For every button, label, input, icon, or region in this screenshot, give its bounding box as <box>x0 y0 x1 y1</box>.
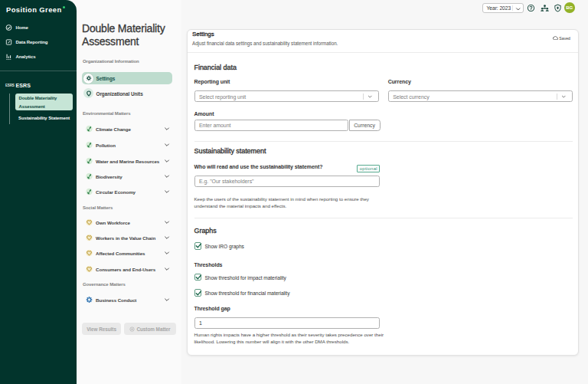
page-subtitle: Adjust financial data settings and susta… <box>192 41 338 46</box>
panel-title-line1: Double Materiality <box>82 22 165 34</box>
placeholder-text: Enter amount <box>199 123 230 128</box>
checkbox-label: Show IRO graphs <box>205 243 244 248</box>
active-item-line1: Double Materiality <box>19 96 57 100</box>
panel-item-pollution[interactable]: Pollution <box>77 138 181 152</box>
sidebar-item-home[interactable]: Home <box>0 22 77 33</box>
year-select-divider <box>512 5 513 11</box>
section-label-organizational-information: Organizational Information <box>83 59 139 64</box>
amount-currency-addon: Currency <box>349 120 381 131</box>
sidebar-item-analytics[interactable]: Analytics <box>0 51 77 62</box>
chevron-down-icon <box>164 250 170 256</box>
statement-input[interactable]: E.g. "Our stakeholders" <box>194 176 381 187</box>
placeholder-text: Select currency <box>393 94 430 99</box>
panel-item-consumers-end-users[interactable]: Consumers and End-Users <box>77 262 181 276</box>
community-icon[interactable] <box>541 4 549 12</box>
esrs-label: ESRS <box>16 82 31 87</box>
year-select[interactable]: Year: 2023 <box>482 3 524 13</box>
reporting-unit-label: Reporting unit <box>194 79 230 84</box>
chevron-down-icon <box>164 173 170 179</box>
panel-item-organizational-units[interactable]: Organizational Units <box>96 91 143 97</box>
panel-item-water-marine[interactable]: Water and Marine Resources <box>77 154 181 168</box>
sprout-icon <box>86 157 93 164</box>
chevron-down-icon <box>561 94 567 99</box>
sidebar-item-esrs[interactable]: ESRS ESRS <box>0 80 77 90</box>
section-label-environmental-matters: Environmental Matters <box>83 111 131 116</box>
panel-item-biodiversity[interactable]: Biodiversity <box>77 169 181 183</box>
sidebar-item-dma-active[interactable]: Double MaterialityAssessment <box>15 94 73 110</box>
panel-item-label: Own Workforce <box>96 220 130 225</box>
sprout-icon <box>86 126 93 133</box>
esrs-logo-icon: ESRS <box>5 83 15 87</box>
statement-question-label: Who will read and use the sustainability… <box>194 164 323 169</box>
panel-item-label: Circular Economy <box>96 189 136 195</box>
panel-item-label: Water and Marine Resources <box>96 158 159 163</box>
panel-item-workers-value-chain[interactable]: Workers in the Value Chain <box>77 231 181 245</box>
chevron-down-icon <box>164 219 170 225</box>
avatar[interactable]: BG <box>564 2 575 13</box>
panel-item-label: Consumers and End-Users <box>96 267 155 272</box>
currency-label: Currency <box>388 79 411 84</box>
gear-icon <box>83 74 93 84</box>
chevron-down-icon <box>164 235 170 241</box>
placeholder-text: Select reporting unit <box>199 94 246 99</box>
section-divider <box>194 218 573 218</box>
sidebar-item-label: Home <box>16 25 28 30</box>
threshold-gap-input[interactable]: 1 <box>194 317 381 329</box>
shield-icon[interactable] <box>554 4 562 12</box>
year-select-value: Year: 2023 <box>487 5 511 11</box>
panel-item-label: Workers in the Value Chain <box>96 235 155 241</box>
home-icon <box>5 25 12 31</box>
settings-card: Settings Adjust financial data settings … <box>187 29 579 356</box>
chevron-down-icon <box>164 189 170 195</box>
panel-item-label: Business Conduct <box>96 297 136 302</box>
threshold-helper: Human rights impacts have a higher thres… <box>194 331 394 346</box>
select-chevron-zone <box>557 91 572 101</box>
checkbox-checked-icon[interactable] <box>194 289 202 297</box>
page-title: Settings <box>192 31 214 38</box>
chevron-down-icon <box>164 158 170 164</box>
sidebar-tree-line <box>9 94 10 125</box>
checkbox-checked-icon[interactable] <box>194 274 202 281</box>
panel-item-own-workforce[interactable]: Own Workforce <box>77 215 181 229</box>
heart-icon <box>86 266 93 273</box>
panel-item-label: Affected Communities <box>96 251 145 256</box>
panel-item-climate-change[interactable]: Climate Change <box>77 122 181 136</box>
panel-item-settings[interactable]: Settings <box>96 76 116 81</box>
bar-chart-icon <box>5 54 12 61</box>
sidebar-item-sustainability-statement[interactable]: Sustainability Statement <box>18 116 77 120</box>
sidebar-divider <box>0 71 77 71</box>
thresholds-label: Thresholds <box>194 262 223 267</box>
panel-item-label: Biodiversity <box>96 174 122 179</box>
section-label-governance-matters: Governance Matters <box>83 282 126 287</box>
amount-input[interactable]: Enter amount Currency <box>194 120 348 131</box>
reporting-unit-select[interactable]: Select reporting unit <box>194 90 379 102</box>
saved-label: Saved <box>559 36 570 41</box>
map-pin-icon <box>83 88 93 98</box>
graphs-heading: Graphs <box>194 227 217 235</box>
amount-label: Amount <box>194 111 214 117</box>
heart-icon <box>86 219 93 226</box>
panel-item-affected-communities[interactable]: Affected Communities <box>77 246 181 260</box>
statement-helper: Keep the users of the sustainability sta… <box>194 195 378 210</box>
financial-data-heading: Financial data <box>194 64 237 71</box>
chevron-down-icon <box>515 6 521 12</box>
sustainability-heading: Sustainability statement <box>194 147 266 155</box>
select-chevron-zone <box>363 91 378 101</box>
checkbox-label: Show threshold for financial materiality <box>205 290 290 296</box>
panel-item-circular-economy[interactable]: Circular Economy <box>77 185 181 199</box>
sprout-icon <box>86 173 93 180</box>
cloud-icon <box>553 35 558 41</box>
checkbox-checked-icon[interactable] <box>194 242 202 250</box>
sidebar-item-data-reporting[interactable]: Data Reporting <box>0 37 77 48</box>
chevron-down-icon <box>164 266 170 272</box>
panel-title: Double MaterialityAssessment <box>82 22 178 48</box>
chevron-down-icon <box>368 94 373 99</box>
view-results-button[interactable]: View Results <box>82 323 121 335</box>
panel-item-business-conduct[interactable]: Business Conduct <box>77 293 181 307</box>
custom-matter-button[interactable]: Custom Matter <box>124 323 176 335</box>
help-icon[interactable] <box>527 4 535 12</box>
main-sidebar: Position Green Home Data Reporting Analy… <box>0 0 77 384</box>
currency-select[interactable]: Select currency <box>388 90 573 102</box>
document-pencil-icon <box>5 39 12 46</box>
brand-logo: Position Green <box>6 5 65 14</box>
